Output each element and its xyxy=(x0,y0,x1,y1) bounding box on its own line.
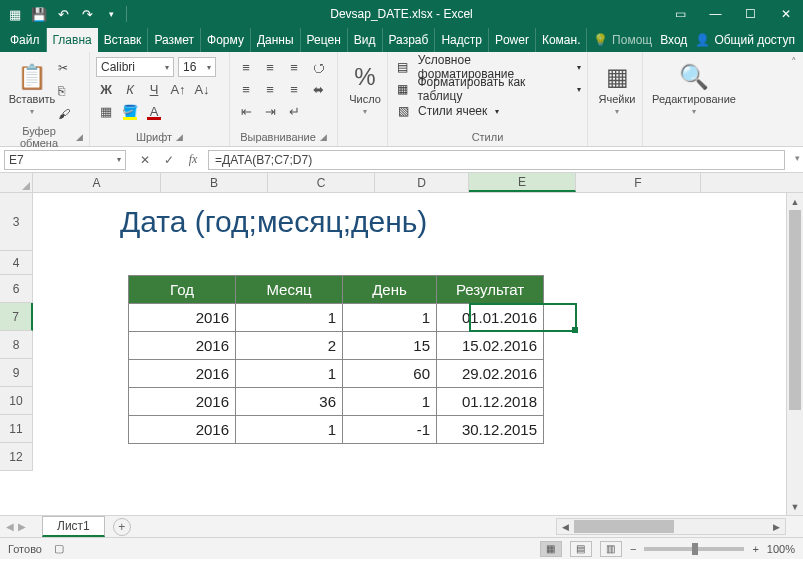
name-box[interactable]: E7▾ xyxy=(4,150,126,170)
qat-more-icon[interactable]: ▾ xyxy=(102,5,120,23)
align-bottom-icon[interactable]: ≡ xyxy=(284,57,304,77)
cut-icon[interactable]: ✂ xyxy=(58,61,70,75)
cell-C10[interactable]: 36 xyxy=(236,388,343,416)
cell-E8[interactable]: 15.02.2016 xyxy=(437,332,544,360)
underline-button[interactable]: Ч xyxy=(144,79,164,99)
row-header-7[interactable]: 7 xyxy=(0,303,33,331)
borders-icon[interactable]: ▦ xyxy=(96,101,116,121)
col-header-F[interactable]: F xyxy=(576,173,701,192)
ribbon-options-icon[interactable]: ▭ xyxy=(663,0,698,28)
sheet-nav[interactable]: ◀▶ xyxy=(6,521,26,532)
scroll-up-icon[interactable]: ▲ xyxy=(787,193,803,210)
cell-D10[interactable]: 1 xyxy=(343,388,437,416)
maximize-button[interactable]: ☐ xyxy=(733,0,768,28)
cancel-formula-icon[interactable]: ✕ xyxy=(134,150,156,170)
align-center-icon[interactable]: ≡ xyxy=(260,79,280,99)
row-header-11[interactable]: 11 xyxy=(0,415,33,443)
row-header-10[interactable]: 10 xyxy=(0,387,33,415)
zoom-out-button[interactable]: − xyxy=(630,543,636,555)
dialog-launcher-icon[interactable]: ◢ xyxy=(176,132,183,142)
tell-me[interactable]: 💡Помощ xyxy=(593,33,652,47)
grid-body[interactable]: 3 4 6 7 8 9 10 11 12 Дата (год;месяц;ден… xyxy=(0,193,803,515)
tab-team[interactable]: Коман. xyxy=(536,28,588,52)
decrease-indent-icon[interactable]: ⇤ xyxy=(236,101,256,121)
tab-insert[interactable]: Вставк xyxy=(98,28,149,52)
select-all-corner[interactable] xyxy=(0,173,33,192)
tab-addins[interactable]: Надстр xyxy=(435,28,489,52)
merge-icon[interactable]: ⬌ xyxy=(308,79,328,99)
scroll-thumb[interactable] xyxy=(789,210,801,410)
zoom-handle[interactable] xyxy=(692,543,698,555)
align-right-icon[interactable]: ≡ xyxy=(284,79,304,99)
accept-formula-icon[interactable]: ✓ xyxy=(158,150,180,170)
zoom-level[interactable]: 100% xyxy=(767,543,795,555)
minimize-button[interactable]: ― xyxy=(698,0,733,28)
tab-view[interactable]: Вид xyxy=(348,28,383,52)
editing-button[interactable]: 🔍 Редактирование ▾ xyxy=(649,56,739,122)
tab-power[interactable]: Power xyxy=(489,28,536,52)
cell-E7[interactable]: 01.01.2016 xyxy=(437,304,544,332)
increase-indent-icon[interactable]: ⇥ xyxy=(260,101,280,121)
wrap-text-icon[interactable]: ↵ xyxy=(284,101,304,121)
zoom-slider[interactable] xyxy=(644,547,744,551)
row-header-6[interactable]: 6 xyxy=(0,275,33,303)
zoom-in-button[interactable]: + xyxy=(752,543,758,555)
cell-B11[interactable]: 2016 xyxy=(129,416,236,444)
save-icon[interactable]: 💾 xyxy=(30,5,48,23)
scroll-left-icon[interactable]: ◀ xyxy=(557,519,574,534)
spreadsheet-grid[interactable]: A B C D E F 3 4 6 7 8 9 10 11 12 Дата (г… xyxy=(0,173,803,515)
expand-formula-icon[interactable]: ▾ xyxy=(795,153,800,163)
close-button[interactable]: ✕ xyxy=(768,0,803,28)
tab-home[interactable]: Главна xyxy=(47,28,98,52)
orientation-icon[interactable]: ⭯ xyxy=(308,57,328,77)
col-header-B[interactable]: B xyxy=(161,173,268,192)
font-color-icon[interactable]: A xyxy=(144,101,164,121)
format-painter-icon[interactable]: 🖌 xyxy=(58,107,70,121)
dialog-launcher-icon[interactable]: ◢ xyxy=(320,132,327,142)
font-name-combo[interactable]: Calibri▾ xyxy=(96,57,174,77)
align-left-icon[interactable]: ≡ xyxy=(236,79,256,99)
format-as-table-button[interactable]: ▦Форматировать как таблицу▾ xyxy=(394,78,581,100)
tab-data[interactable]: Данны xyxy=(251,28,301,52)
horizontal-scrollbar[interactable]: ◀ ▶ xyxy=(556,518,786,535)
cell-E9[interactable]: 29.02.2016 xyxy=(437,360,544,388)
cell-B7[interactable]: 2016 xyxy=(129,304,236,332)
cell-B8[interactable]: 2016 xyxy=(129,332,236,360)
tab-developer[interactable]: Разраб xyxy=(383,28,436,52)
redo-icon[interactable]: ↷ xyxy=(78,5,96,23)
cell-C11[interactable]: 1 xyxy=(236,416,343,444)
row-header-3[interactable]: 3 xyxy=(0,193,33,251)
cell-D9[interactable]: 60 xyxy=(343,360,437,388)
view-page-layout-icon[interactable]: ▤ xyxy=(570,541,592,557)
align-middle-icon[interactable]: ≡ xyxy=(260,57,280,77)
cell-B9[interactable]: 2016 xyxy=(129,360,236,388)
scroll-down-icon[interactable]: ▼ xyxy=(787,498,803,515)
vertical-scrollbar[interactable]: ▲ ▼ xyxy=(786,193,803,515)
cell-E11[interactable]: 30.12.2015 xyxy=(437,416,544,444)
collapse-ribbon-icon[interactable]: ˄ xyxy=(785,52,803,146)
share-button[interactable]: 👤Общий доступ xyxy=(695,33,795,47)
fx-icon[interactable]: fx xyxy=(182,150,204,170)
row-header-9[interactable]: 9 xyxy=(0,359,33,387)
tab-file[interactable]: Файл xyxy=(4,28,47,52)
align-top-icon[interactable]: ≡ xyxy=(236,57,256,77)
cell-C9[interactable]: 1 xyxy=(236,360,343,388)
cell-styles-button[interactable]: ▧Стили ячеек▾ xyxy=(394,100,581,122)
tab-layout[interactable]: Размет xyxy=(148,28,201,52)
paste-button[interactable]: 📋 Вставить ▾ xyxy=(6,56,58,122)
sheet-tab-active[interactable]: Лист1 xyxy=(42,516,105,537)
copy-icon[interactable]: ⎘ xyxy=(58,84,70,98)
cell-C7[interactable]: 1 xyxy=(236,304,343,332)
tab-review[interactable]: Рецен xyxy=(301,28,348,52)
dialog-launcher-icon[interactable]: ◢ xyxy=(76,132,83,142)
cells-button[interactable]: ▦ Ячейки ▾ xyxy=(594,56,640,122)
cell-B10[interactable]: 2016 xyxy=(129,388,236,416)
col-header-C[interactable]: C xyxy=(268,173,375,192)
hscroll-thumb[interactable] xyxy=(574,520,674,533)
tab-formulas[interactable]: Форму xyxy=(201,28,251,52)
cell-D8[interactable]: 15 xyxy=(343,332,437,360)
col-header-A[interactable]: A xyxy=(33,173,161,192)
increase-font-icon[interactable]: A↑ xyxy=(168,79,188,99)
signin-link[interactable]: Вход xyxy=(660,33,687,47)
italic-button[interactable]: К xyxy=(120,79,140,99)
